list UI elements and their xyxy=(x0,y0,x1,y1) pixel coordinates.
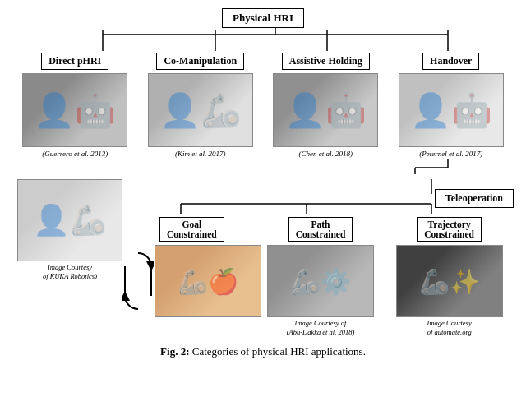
trajectory-constrained-caption: Image Courtesy of automate.org xyxy=(427,319,472,337)
fig-label: Fig. 2: xyxy=(160,345,189,358)
handover-photo: 👤🤖 xyxy=(399,73,504,147)
co-manipulation-box: Co-Manipulation xyxy=(156,53,244,70)
bottom-right-area: Teleoperation Goal Constrained xyxy=(127,179,514,337)
trajectory-constrained-column: Trajectory Constrained 🦾✨ Image Courtesy… xyxy=(390,217,509,337)
fig-text: Categories of physical HRI applications. xyxy=(189,345,365,358)
top-connectors-svg xyxy=(12,28,514,53)
path-constrained-column: Path Constrained 🦾⚙️ Image Courtesy of (… xyxy=(261,217,380,337)
assistive-holding-column: Assistive Holding 👤🤖 (Chen et al. 2018) xyxy=(268,53,383,158)
mid-connector-area xyxy=(12,159,514,174)
figure-caption: Fig. 2: Categories of physical HRI appli… xyxy=(12,345,514,358)
physical-hri-box: Physical HRI xyxy=(222,8,304,28)
goal-constrained-with-arrow: 🦾🍎 xyxy=(122,245,261,317)
level1-nodes: Direct pHRI 👤🤖 (Guerrero et al. 2013) Co… xyxy=(12,53,514,158)
kuka-robot-column: 👤🦾 Image Courtesy of KUKA Robotics) xyxy=(12,179,127,281)
goal-constrained-icon: 🦾🍎 xyxy=(178,267,238,296)
co-manipulation-silhouette: 👤🦾 xyxy=(159,91,242,130)
handover-caption: (Peternel et al. 2017) xyxy=(419,150,482,158)
top-node: Physical HRI xyxy=(222,8,304,28)
handover-box: Handover xyxy=(422,53,479,70)
goal-constrained-box: Goal Constrained xyxy=(159,217,224,242)
handover-silhouette: 👤🤖 xyxy=(410,91,492,130)
diagram-container: Physical HRI Direct pHRI 👤🤖 (Guerrero et… xyxy=(12,8,514,358)
trajectory-constrained-photo: 🦾✨ xyxy=(396,245,503,317)
handover-column: Handover 👤🤖 (Peternel et al. 2017) xyxy=(394,53,509,158)
assistive-holding-caption: (Chen et al. 2018) xyxy=(299,150,353,158)
goal-constrained-column: Goal Constrained xyxy=(132,217,251,317)
kuka-robot-icon: 👤🦾 xyxy=(33,203,107,238)
teleoperation-area: Teleoperation xyxy=(127,179,514,217)
co-manipulation-column: Co-Manipulation 👤🦾 (Kim et al. 2017) xyxy=(143,53,258,158)
mid-connector-svg xyxy=(12,159,514,174)
goal-constrained-photo: 🦾🍎 xyxy=(155,245,261,317)
kuka-robot-photo: 👤🦾 xyxy=(17,179,122,261)
kuka-caption: Image Courtesy of KUKA Robotics) xyxy=(43,263,97,281)
teleoperation-wrapper: Teleoperation xyxy=(435,189,514,208)
bottom-section: 👤🦾 Image Courtesy of KUKA Robotics) xyxy=(12,179,514,337)
trajectory-constrained-icon: 🦾✨ xyxy=(419,267,480,296)
path-constrained-box: Path Constrained xyxy=(288,217,353,242)
direct-phri-silhouette: 👤🤖 xyxy=(34,91,116,130)
assistive-holding-box: Assistive Holding xyxy=(282,53,370,70)
trajectory-constrained-box: Trajectory Constrained xyxy=(417,217,482,242)
direct-phri-box: Direct pHRI xyxy=(41,53,108,70)
path-constrained-photo: 🦾⚙️ xyxy=(267,245,374,317)
path-constrained-icon: 🦾⚙️ xyxy=(290,267,351,296)
assistive-holding-photo: 👤🤖 xyxy=(273,73,378,147)
teleoperation-box: Teleoperation xyxy=(435,189,514,208)
cycle-arrows-svg xyxy=(122,245,154,317)
cycle-arrows xyxy=(122,245,155,317)
path-constrained-caption: Image Courtesy of (Abu-Dakka et al. 2018… xyxy=(287,319,355,337)
assistive-holding-silhouette: 👤🤖 xyxy=(284,91,367,130)
co-manipulation-caption: (Kim et al. 2017) xyxy=(175,150,226,158)
direct-phri-column: Direct pHRI 👤🤖 (Guerrero et al. 2013) xyxy=(17,53,132,158)
direct-phri-photo: 👤🤖 xyxy=(22,73,127,147)
constrained-area: Goal Constrained xyxy=(127,217,514,337)
direct-phri-caption: (Guerrero et al. 2013) xyxy=(42,150,108,158)
co-manipulation-photo: 👤🦾 xyxy=(148,73,253,147)
